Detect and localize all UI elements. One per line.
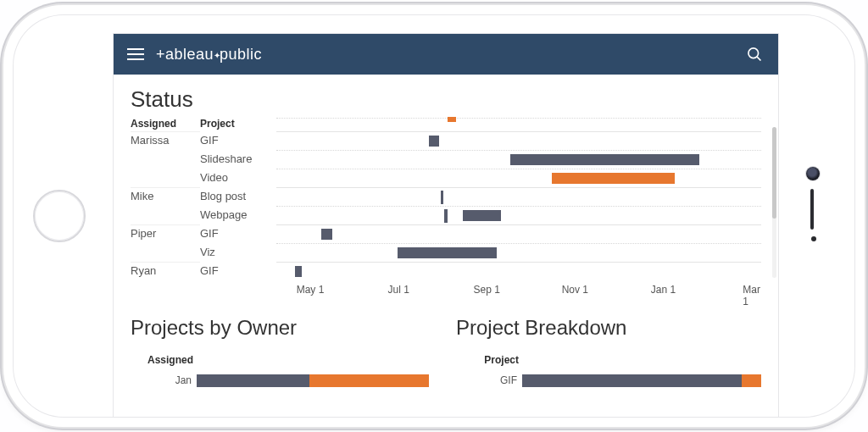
status-gantt-chart: Assigned Project MarissaGIFSlideshareVid… — [131, 116, 761, 297]
gantt-cell — [276, 262, 761, 280]
axis-tick: Nov 1 — [562, 284, 588, 296]
col-header-assigned: Assigned — [131, 118, 200, 130]
gantt-cell — [276, 243, 761, 262]
search-icon[interactable] — [741, 41, 768, 68]
gantt-assigned-label — [131, 150, 200, 169]
pbd-header: Project — [456, 354, 522, 366]
projects-by-owner-title: Projects by Owner — [131, 316, 436, 340]
gantt-bar[interactable] — [321, 229, 332, 240]
gantt-row: RyanGIF — [131, 262, 761, 280]
gantt-project-label: Video — [200, 169, 276, 187]
gantt-assigned-label: Marissa — [131, 131, 200, 150]
svg-point-0 — [748, 48, 759, 58]
gantt-project-label: Slideshare — [200, 150, 276, 169]
gantt-project-label: Blog post — [200, 187, 276, 206]
bar-segment — [742, 374, 761, 387]
project-breakdown-panel: Project Breakdown Project GIF — [456, 316, 761, 389]
content-area: Status Assigned Project MarissaGIFSlides… — [114, 75, 778, 417]
status-title: Status — [131, 86, 761, 113]
gantt-cell — [276, 150, 761, 169]
hamburger-icon[interactable] — [124, 43, 147, 65]
gantt-row: MarissaGIF — [131, 131, 761, 150]
gantt-row: Video — [131, 169, 761, 187]
gantt-x-axis: May 1Jul 1Sep 1Nov 1Jan 1Mar 1 — [276, 284, 761, 297]
scrollbar[interactable] — [772, 127, 776, 278]
camera-icon — [806, 167, 820, 180]
stacked-bar-row: GIF — [456, 372, 761, 389]
axis-tick: May 1 — [297, 284, 325, 296]
col-header-project: Project — [200, 118, 276, 130]
app-bar: +ableau✦public — [114, 34, 778, 75]
brand-logo[interactable]: +ableau✦public — [156, 46, 262, 64]
gantt-bar[interactable] — [552, 173, 675, 184]
svg-line-1 — [757, 57, 760, 60]
project-breakdown-title: Project Breakdown — [456, 316, 761, 340]
bar-segment — [197, 374, 309, 387]
gantt-marker — [448, 117, 456, 122]
gantt-project-label: GIF — [200, 262, 276, 280]
gantt-row: Slideshare — [131, 150, 761, 169]
gantt-assigned-label: Piper — [131, 224, 200, 243]
gantt-bar[interactable] — [463, 210, 501, 221]
gantt-assigned-label — [131, 206, 200, 224]
gantt-project-label: GIF — [200, 131, 276, 150]
phone-frame: +ableau✦public Status Assigned Project — [3, 5, 865, 427]
phone-inner: +ableau✦public Status Assigned Project — [13, 14, 855, 418]
axis-tick: Jul 1 — [387, 284, 409, 296]
gantt-project-label: Viz — [200, 243, 276, 262]
gantt-row: Webpage — [131, 206, 761, 224]
gantt-bar[interactable] — [295, 266, 303, 277]
gantt-cell — [276, 206, 761, 224]
axis-tick: Sep 1 — [474, 284, 500, 296]
home-button[interactable] — [33, 190, 86, 242]
gantt-assigned-label — [131, 169, 200, 187]
stacked-bar-row: Jan — [131, 372, 436, 389]
speaker-slit — [810, 189, 814, 230]
camera-cluster — [789, 165, 826, 267]
gantt-project-label: GIF — [200, 224, 276, 243]
row-label: GIF — [456, 374, 522, 386]
gantt-project-label: Webpage — [200, 206, 276, 224]
stacked-bar[interactable] — [197, 374, 436, 387]
screen: +ableau✦public Status Assigned Project — [113, 33, 779, 418]
axis-tick: Jan 1 — [651, 284, 676, 296]
scrollbar-thumb[interactable] — [772, 127, 776, 219]
gantt-bar[interactable] — [429, 136, 438, 147]
gantt-bar[interactable] — [510, 154, 699, 165]
gantt-assigned-label — [131, 243, 200, 262]
gantt-bar[interactable] — [441, 191, 442, 204]
gantt-assigned-label: Ryan — [131, 262, 200, 280]
gantt-row: MikeBlog post — [131, 187, 761, 206]
sensor-dot — [811, 236, 816, 241]
pbo-header: Assigned — [131, 354, 197, 366]
gantt-cell — [276, 224, 761, 243]
gantt-cell — [276, 169, 761, 187]
bar-segment — [522, 374, 742, 387]
gantt-row: PiperGIF — [131, 224, 761, 243]
gantt-assigned-label: Mike — [131, 187, 200, 206]
gantt-cell — [276, 187, 761, 206]
brand-left: +ableau — [156, 46, 214, 63]
gantt-bar[interactable] — [398, 247, 497, 258]
brand-right: public — [220, 46, 262, 63]
gantt-bar[interactable] — [444, 209, 448, 223]
stacked-bar[interactable] — [522, 374, 761, 387]
axis-tick: Mar 1 — [743, 284, 760, 307]
gantt-cell — [276, 131, 761, 150]
bar-segment — [309, 374, 429, 387]
gantt-row: Viz — [131, 243, 761, 262]
projects-by-owner-panel: Projects by Owner Assigned Jan — [131, 316, 436, 389]
row-label: Jan — [131, 374, 197, 386]
